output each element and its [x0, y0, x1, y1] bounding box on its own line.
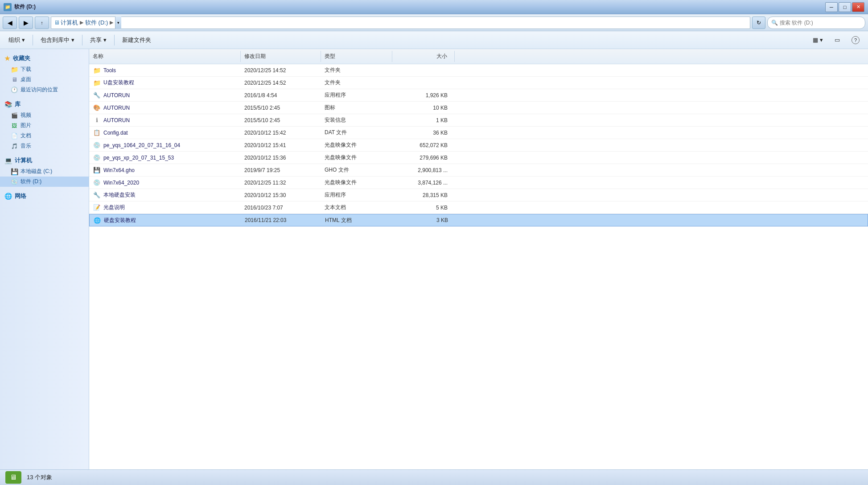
views-button[interactable]: ▦ ▾ [808, 33, 828, 47]
path-computer[interactable]: 🖥 计算机 [54, 19, 78, 27]
minimize-button[interactable]: ─ [825, 2, 838, 12]
file-name-cell: 💿 pe_yqs_1064_20_07_31_16_04 [89, 141, 241, 149]
table-row[interactable]: 💾 Win7x64.gho 2019/9/7 19:25 GHO 文件 2,90… [89, 164, 868, 177]
sidebar-item-desktop[interactable]: 🖥 桌面 [0, 74, 89, 85]
file-list: 📁 Tools 2020/12/25 14:52 文件夹 📁 U盘安装教程 20… [89, 64, 868, 226]
computer-icon: 💻 [4, 157, 12, 164]
column-header-name[interactable]: 名称 [89, 51, 241, 62]
table-row[interactable]: 🔧 本地硬盘安装 2020/10/12 15:30 应用程序 28,315 KB [89, 189, 868, 201]
sidebar-favorites-header[interactable]: ★ 收藏夹 [0, 53, 89, 64]
statusbar-count: 13 个对象 [27, 473, 52, 481]
table-row[interactable]: 💿 pe_yqs_xp_20_07_31_15_53 2020/10/12 15… [89, 152, 868, 164]
file-name-cell: 🔧 AUTORUN [89, 91, 241, 99]
up-button[interactable]: ↑ [35, 16, 49, 29]
file-type-cell: 光盘映像文件 [321, 154, 392, 161]
exe-icon: 🔧 [93, 92, 100, 99]
table-row[interactable]: 📁 U盘安装教程 2020/12/25 14:52 文件夹 [89, 77, 868, 89]
table-row[interactable]: 🔧 AUTORUN 2016/1/8 4:54 应用程序 1,926 KB [89, 89, 868, 102]
file-type-icon: ℹ [93, 116, 101, 124]
sidebar-network-header[interactable]: 🌐 网络 [0, 190, 89, 202]
back-button[interactable]: ◀ [3, 16, 17, 29]
file-name-cell: 🔧 本地硬盘安装 [89, 191, 241, 199]
file-name: AUTORUN [103, 105, 130, 111]
file-type-icon: 📁 [93, 66, 101, 74]
search-input[interactable] [780, 20, 861, 26]
address-path: 🖥 计算机 ▶ 软件 (D:) ▶ ▾ [51, 16, 750, 29]
titlebar-controls: ─ □ ✕ [825, 2, 864, 12]
documents-label: 文档 [21, 132, 31, 140]
gho-icon: 💾 [93, 167, 100, 173]
table-row[interactable]: 📋 Config.dat 2020/10/12 15:42 DAT 文件 36 … [89, 127, 868, 139]
search-box[interactable]: 🔍 [767, 16, 865, 29]
column-header-date[interactable]: 修改日期 [241, 51, 321, 62]
file-type-cell: 安装信息 [321, 116, 392, 124]
sidebar-network-section: 🌐 网络 [0, 190, 89, 202]
close-button[interactable]: ✕ [852, 2, 864, 12]
iso-icon: 💿 [93, 142, 100, 148]
file-date-cell: 2020/10/12 15:30 [241, 192, 321, 198]
app-icon: 🖥 [10, 473, 17, 481]
organize-button[interactable]: 组织 ▾ [4, 33, 30, 47]
help-button[interactable]: ? [847, 33, 864, 47]
path-drive[interactable]: 软件 (D:) [85, 19, 108, 27]
sidebar-item-documents[interactable]: 📄 文档 [0, 131, 89, 141]
file-size-cell: 5 KB [392, 205, 455, 211]
path-sep-1: ▶ [80, 20, 83, 25]
maximize-button[interactable]: □ [839, 2, 851, 12]
library-icon: 📚 [4, 101, 12, 108]
path-dropdown-button[interactable]: ▾ [115, 16, 121, 29]
file-type-cell: 应用程序 [321, 191, 392, 199]
ico-icon: 🎨 [93, 104, 100, 111]
drive-c-label: 本地磁盘 (C:) [21, 168, 52, 175]
table-row[interactable]: 💿 Win7x64_2020 2020/12/25 11:32 光盘映像文件 3… [89, 177, 868, 189]
pane-button[interactable]: ▭ [830, 33, 845, 47]
file-type-cell: DAT 文件 [321, 129, 392, 136]
sidebar-item-recent[interactable]: 🕐 最近访问的位置 [0, 85, 89, 95]
sidebar-item-pictures[interactable]: 🖼 图片 [0, 120, 89, 131]
file-name: Tools [103, 67, 116, 74]
sidebar-item-videos[interactable]: 🎬 视频 [0, 110, 89, 120]
desktop-icon: 🖥 [11, 76, 18, 83]
documents-icon: 📄 [11, 132, 18, 140]
sidebar-computer-section: 💻 计算机 💾 本地磁盘 (C:) 💿 软件 (D:) [0, 155, 89, 187]
recent-icon: 🕐 [11, 86, 18, 94]
new-folder-button[interactable]: 新建文件夹 [117, 33, 156, 47]
file-type-cell: HTML 文档 [321, 217, 393, 224]
sidebar-item-drive-c[interactable]: 💾 本地磁盘 (C:) [0, 166, 89, 177]
file-name: Win7x64.gho [103, 167, 135, 173]
column-header-size[interactable]: 大小 [392, 51, 455, 62]
share-label: 共享 [90, 36, 102, 44]
file-name-cell: 🌐 硬盘安装教程 [90, 216, 241, 224]
table-row[interactable]: 💿 pe_yqs_1064_20_07_31_16_04 2020/10/12 … [89, 139, 868, 152]
sidebar-item-downloads[interactable]: 📁 下载 [0, 64, 89, 74]
file-type-cell: 光盘映像文件 [321, 141, 392, 149]
file-size-cell: 652,072 KB [392, 142, 455, 148]
column-header-type[interactable]: 类型 [321, 51, 392, 62]
txt-icon: 📝 [93, 204, 100, 211]
table-row[interactable]: 🎨 AUTORUN 2015/5/10 2:45 图标 10 KB [89, 102, 868, 114]
sidebar-item-music[interactable]: 🎵 音乐 [0, 141, 89, 151]
sidebar-item-drive-d[interactable]: 💿 软件 (D:) [0, 177, 89, 187]
network-icon: 🌐 [4, 193, 12, 200]
file-size-cell: 1 KB [392, 117, 455, 123]
file-name-cell: 🎨 AUTORUN [89, 104, 241, 112]
views-dropdown-icon: ▾ [820, 37, 823, 43]
file-type-icon: 🌐 [93, 216, 101, 224]
sidebar-computer-header[interactable]: 💻 计算机 [0, 155, 89, 166]
share-button[interactable]: 共享 ▾ [85, 33, 111, 47]
table-row[interactable]: 📁 Tools 2020/12/25 14:52 文件夹 [89, 64, 868, 77]
file-date-cell: 2020/12/25 14:52 [241, 67, 321, 74]
table-row[interactable]: ℹ AUTORUN 2015/5/10 2:45 安装信息 1 KB [89, 114, 868, 127]
file-date-cell: 2015/5/10 2:45 [241, 105, 321, 111]
downloads-folder-icon: 📁 [11, 66, 18, 73]
table-row[interactable]: 🌐 硬盘安装教程 2016/11/21 22:03 HTML 文档 3 KB [89, 214, 868, 226]
toolbar-right: ▦ ▾ ▭ ? [808, 33, 864, 47]
forward-button[interactable]: ▶ [19, 16, 33, 29]
include-button[interactable]: 包含到库中 ▾ [36, 33, 79, 47]
file-size-cell: 3 KB [393, 217, 455, 223]
sidebar-libraries-header[interactable]: 📚 库 [0, 99, 89, 110]
refresh-button[interactable]: ↻ [752, 16, 765, 29]
iso-icon: 💿 [93, 179, 100, 186]
table-row[interactable]: 📝 光盘说明 2016/10/23 7:07 文本文档 5 KB [89, 201, 868, 214]
drive-d-label: 软件 (D:) [21, 178, 41, 185]
